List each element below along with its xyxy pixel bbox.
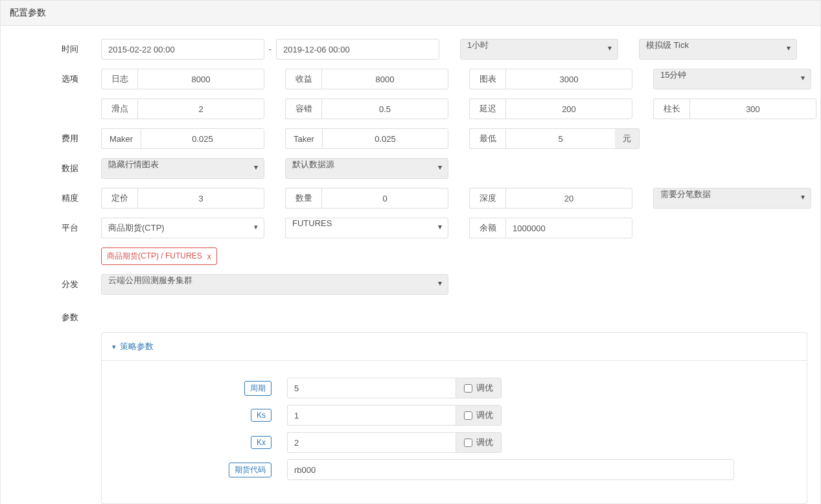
tune-checkbox-period[interactable] xyxy=(464,384,472,393)
strategy-params-body: 周期 调优 Ks 调优 xyxy=(101,361,807,504)
chart-input[interactable] xyxy=(505,69,632,89)
label-options: 选项 xyxy=(1,73,101,85)
row-dispatch: 分发 云端公用回测服务集群 xyxy=(1,274,820,295)
row-params: 参数 xyxy=(1,304,820,323)
panel-body: 时间 - 1小时 模拟级 Tick 选项 日志 收益 xyxy=(1,26,820,504)
taker-label: Taker xyxy=(285,128,322,149)
param-label-ks: Ks xyxy=(251,409,272,422)
strategy-params-title: 策略参数 xyxy=(120,341,154,352)
maker-input[interactable] xyxy=(141,128,264,149)
balance-input[interactable] xyxy=(505,218,632,238)
tune-label: 调优 xyxy=(476,437,493,448)
price-input[interactable] xyxy=(137,188,264,209)
chart-period-select[interactable]: 15分钟 xyxy=(653,69,811,89)
row-options-2: 滑点 容错 延迟 柱长 xyxy=(1,98,820,119)
barlen-input[interactable] xyxy=(689,98,816,119)
slip-input[interactable] xyxy=(137,98,264,119)
fault-label: 容错 xyxy=(285,98,321,119)
qty-input[interactable] xyxy=(321,188,448,209)
profit-label: 收益 xyxy=(285,69,321,89)
time-range-dash: - xyxy=(264,39,276,60)
row-time: 时间 - 1小时 模拟级 Tick xyxy=(1,39,820,60)
label-data: 数据 xyxy=(1,163,101,174)
param-input-period[interactable] xyxy=(287,378,456,398)
tick-level-select[interactable]: 模拟级 Tick xyxy=(639,39,797,60)
label-time: 时间 xyxy=(1,43,101,55)
taker-input[interactable] xyxy=(322,128,448,149)
param-input-kx[interactable] xyxy=(287,432,456,453)
hide-chart-select[interactable]: 隐藏行情图表 xyxy=(101,158,264,179)
strategy-params-toggle[interactable]: ▾ 策略参数 xyxy=(101,332,807,361)
start-time-input[interactable] xyxy=(101,39,264,60)
tick-data-select[interactable]: 需要分笔数据 xyxy=(653,188,811,209)
config-panel: 配置参数 时间 - 1小时 模拟级 Tick 选项 日志 xyxy=(0,0,821,504)
min-unit: 元 xyxy=(615,128,640,149)
chevron-down-icon: ▾ xyxy=(112,343,116,351)
label-params: 参数 xyxy=(1,304,101,323)
min-input[interactable] xyxy=(505,128,615,149)
tune-label: 调优 xyxy=(476,409,493,421)
barlen-label: 柱长 xyxy=(653,98,689,119)
row-data: 数据 隐藏行情图表 默认数据源 xyxy=(1,158,820,179)
tune-checkbox-ks[interactable] xyxy=(464,411,472,420)
row-platform: 平台 商品期货(CTP) FUTURES 余额 xyxy=(1,218,820,238)
balance-label: 余额 xyxy=(469,218,505,238)
end-time-input[interactable] xyxy=(276,39,439,60)
param-row-ks: Ks 调优 xyxy=(112,405,796,426)
row-fees: 费用 Maker Taker 最低 元 xyxy=(1,128,820,149)
chart-label: 图表 xyxy=(469,69,505,89)
panel-title: 配置参数 xyxy=(1,1,820,26)
platform-tag-text: 商品期货(CTP) / FUTURES xyxy=(107,251,202,262)
depth-label: 深度 xyxy=(469,188,505,209)
symbol-select[interactable]: FUTURES xyxy=(285,218,448,238)
param-row-code: 期货代码 xyxy=(112,459,796,480)
param-label-period: 周期 xyxy=(244,381,272,396)
data-source-select[interactable]: 默认数据源 xyxy=(285,158,448,179)
profit-input[interactable] xyxy=(321,69,448,89)
tune-label: 调优 xyxy=(476,382,493,394)
param-row-period: 周期 调优 xyxy=(112,378,796,398)
label-platform: 平台 xyxy=(1,222,101,234)
exchange-select[interactable]: 商品期货(CTP) xyxy=(101,218,264,238)
platform-tag-row: 商品期货(CTP) / FUTURES x xyxy=(101,247,820,265)
log-input[interactable] xyxy=(137,69,264,89)
min-label: 最低 xyxy=(469,128,505,149)
price-label: 定价 xyxy=(101,188,137,209)
delay-label: 延迟 xyxy=(469,98,505,119)
params-container: ▾ 策略参数 周期 调优 Ks xyxy=(101,332,807,504)
dispatch-select[interactable]: 云端公用回测服务集群 xyxy=(101,274,448,295)
tune-addon-period[interactable]: 调优 xyxy=(456,378,502,398)
label-precision: 精度 xyxy=(1,192,101,204)
maker-label: Maker xyxy=(101,128,141,149)
param-label-code: 期货代码 xyxy=(229,463,272,477)
param-row-kx: Kx 调优 xyxy=(112,432,796,453)
platform-tag[interactable]: 商品期货(CTP) / FUTURES x xyxy=(101,247,217,265)
row-options-1: 选项 日志 收益 图表 15分钟 xyxy=(1,69,820,89)
qty-label: 数量 xyxy=(285,188,321,209)
row-precision: 精度 定价 数量 深度 需要分笔数据 xyxy=(1,188,820,209)
close-icon[interactable]: x xyxy=(207,252,211,261)
log-label: 日志 xyxy=(101,69,137,89)
fault-input[interactable] xyxy=(321,98,448,119)
label-fees: 费用 xyxy=(1,133,101,144)
tune-checkbox-kx[interactable] xyxy=(464,439,472,447)
label-dispatch: 分发 xyxy=(1,279,101,290)
period-select[interactable]: 1小时 xyxy=(460,39,618,60)
param-input-ks[interactable] xyxy=(287,405,456,426)
tune-addon-ks[interactable]: 调优 xyxy=(456,405,502,426)
param-input-code[interactable] xyxy=(287,459,734,480)
depth-input[interactable] xyxy=(505,188,632,209)
slip-label: 滑点 xyxy=(101,98,137,119)
param-label-kx: Kx xyxy=(251,436,272,449)
tune-addon-kx[interactable]: 调优 xyxy=(456,432,502,453)
delay-input[interactable] xyxy=(505,98,632,119)
